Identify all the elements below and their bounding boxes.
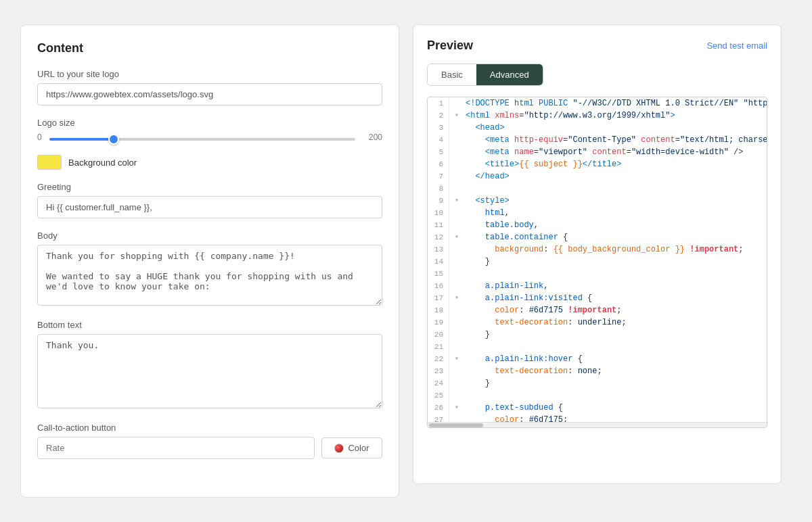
greeting-field-group: Greeting bbox=[37, 182, 382, 218]
logo-size-field-group: Logo size 0 200 bbox=[37, 118, 382, 143]
bg-color-label: Background color bbox=[68, 158, 137, 168]
code-line: 1 <!DOCTYPE html PUBLIC "-//W3C//DTD XHT… bbox=[428, 97, 767, 110]
logo-size-row: 0 200 bbox=[37, 132, 382, 143]
bottom-text-textarea[interactable]: Thank you. bbox=[37, 334, 382, 408]
code-line: 26 ▾ p.text-subdued { bbox=[428, 402, 767, 414]
page-container: Content URL to your site logo Logo size … bbox=[20, 24, 792, 498]
body-textarea[interactable]: Thank you for shopping with {{ company.n… bbox=[37, 245, 382, 306]
send-test-link[interactable]: Send test email bbox=[706, 41, 767, 51]
left-panel: Content URL to your site logo Logo size … bbox=[20, 24, 399, 498]
logo-size-label: Logo size bbox=[37, 118, 382, 128]
code-line: 24 } bbox=[428, 377, 767, 389]
code-line: 10 html, bbox=[428, 207, 767, 219]
cta-row: Color bbox=[37, 437, 382, 459]
code-line: 2 ▾ <html xmlns="http://www.w3.org/1999/… bbox=[428, 110, 767, 122]
code-line: 13 background: {{ body_background_color … bbox=[428, 243, 767, 256]
logo-size-max: 200 bbox=[362, 133, 382, 142]
bottom-text-field-group: Bottom text Thank you. bbox=[37, 320, 382, 410]
logo-size-slider[interactable] bbox=[49, 138, 355, 141]
url-field-group: URL to your site logo bbox=[37, 69, 382, 105]
code-line: 19 text-decoration: underline; bbox=[428, 316, 767, 329]
greeting-label: Greeting bbox=[37, 182, 382, 192]
code-line: 27 color: #6d7175; bbox=[428, 414, 767, 422]
url-label: URL to your site logo bbox=[37, 69, 382, 79]
cta-rate-input[interactable] bbox=[37, 437, 315, 459]
code-line: 5 <meta name="viewport" content="width=d… bbox=[428, 146, 767, 158]
greeting-input[interactable] bbox=[37, 196, 382, 218]
code-line: 15 bbox=[428, 268, 767, 280]
bottom-text-label: Bottom text bbox=[37, 320, 382, 330]
code-area[interactable]: 1 <!DOCTYPE html PUBLIC "-//W3C//DTD XHT… bbox=[428, 97, 767, 422]
code-editor: 1 <!DOCTYPE html PUBLIC "-//W3C//DTD XHT… bbox=[427, 97, 767, 428]
code-line: 14 } bbox=[428, 256, 767, 268]
tabs-row: Basic Advanced bbox=[427, 64, 543, 86]
code-line: 6 <title>{{ subject }}</title> bbox=[428, 158, 767, 170]
code-line: 20 } bbox=[428, 329, 767, 341]
body-field-group: Body Thank you for shopping with {{ comp… bbox=[37, 231, 382, 308]
bg-color-field-group: Background color bbox=[37, 155, 382, 170]
slider-wrapper bbox=[49, 132, 355, 143]
color-row: Background color bbox=[37, 155, 382, 170]
url-input[interactable] bbox=[37, 83, 382, 105]
cta-color-circle bbox=[334, 444, 344, 453]
body-label: Body bbox=[37, 231, 382, 241]
code-line: 17 ▾ a.plain-link:visited { bbox=[428, 292, 767, 304]
code-line: 11 table.body, bbox=[428, 219, 767, 231]
code-line: 22 ▾ a.plain-link:hover { bbox=[428, 353, 767, 365]
tab-advanced[interactable]: Advanced bbox=[476, 64, 543, 85]
cta-label: Call-to-action button bbox=[37, 423, 382, 433]
code-line: 23 text-decoration: none; bbox=[428, 365, 767, 377]
code-line: 7 </head> bbox=[428, 170, 767, 183]
horizontal-scrollbar[interactable] bbox=[428, 422, 767, 427]
code-line: 18 color: #6d7175 !important; bbox=[428, 304, 767, 316]
tab-basic[interactable]: Basic bbox=[428, 64, 476, 85]
preview-header: Preview Send test email bbox=[427, 39, 767, 53]
color-swatch[interactable] bbox=[37, 155, 62, 170]
cta-color-button[interactable]: Color bbox=[321, 437, 382, 458]
logo-size-min: 0 bbox=[37, 133, 43, 142]
code-line: 4 <meta http-equiv="Content-Type" conten… bbox=[428, 134, 767, 146]
code-line: 3 <head> bbox=[428, 122, 767, 134]
code-line: 16 a.plain-link, bbox=[428, 280, 767, 292]
scrollbar-thumb bbox=[429, 423, 483, 427]
code-line: 21 bbox=[428, 341, 767, 353]
cta-color-label: Color bbox=[348, 443, 369, 453]
preview-title: Preview bbox=[427, 39, 473, 53]
right-panel: Preview Send test email Basic Advanced 1… bbox=[413, 24, 782, 484]
content-title: Content bbox=[37, 41, 382, 55]
code-line: 8 bbox=[428, 183, 767, 195]
cta-field-group: Call-to-action button Color bbox=[37, 423, 382, 459]
code-line: 12 ▾ table.container { bbox=[428, 231, 767, 243]
code-line: 25 bbox=[428, 389, 767, 402]
code-line: 9 ▾ <style> bbox=[428, 195, 767, 207]
